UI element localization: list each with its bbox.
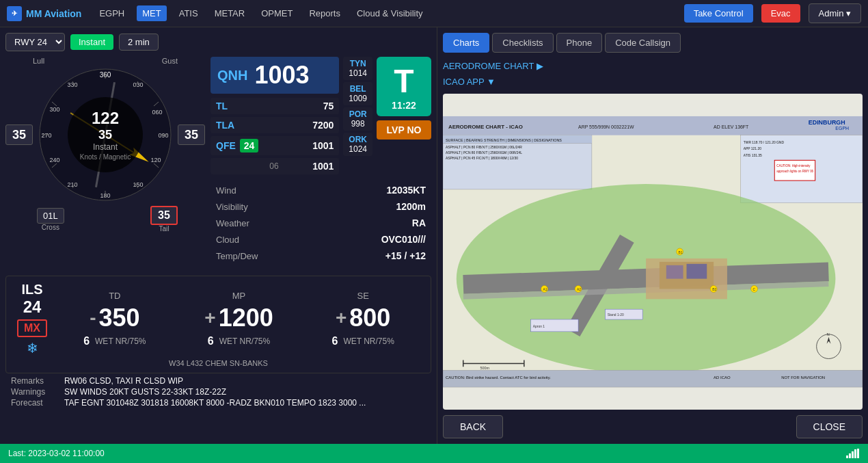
station-bel-name: BEL — [349, 84, 367, 94]
svg-rect-55 — [666, 265, 683, 279]
compass-mode: Instant — [93, 142, 118, 152]
evac-button[interactable]: Evac — [761, 4, 800, 23]
td-label: TD — [109, 291, 120, 301]
wind-label: Wind — [212, 183, 273, 198]
compass-speed: 35 — [98, 128, 112, 142]
svg-text:CAUTION: Bird strike hazard. C: CAUTION: Bird strike hazard. Contact ATC… — [446, 375, 551, 380]
svg-text:AERODROME CHART - ICAO: AERODROME CHART - ICAO — [448, 124, 523, 130]
svg-text:150: 150 — [133, 181, 143, 188]
station-por[interactable]: POR 998 — [343, 107, 372, 131]
forecast-value: TAF EGNT 301048Z 301818 16008KT 8000 -RA… — [64, 398, 366, 408]
admin-button[interactable]: Admin ▾ — [809, 3, 861, 23]
tempdew-value: +15 / +12 — [275, 248, 430, 263]
weather-label: Weather — [212, 215, 273, 230]
tla-label: TLA — [216, 120, 250, 131]
weather-row: Weather RA — [212, 215, 430, 230]
runway-label: 01L — [37, 208, 64, 224]
aerodrome-chart-nav[interactable]: AERODROME CHART ▶ — [443, 58, 863, 74]
se-main: + 800 — [336, 304, 390, 332]
instant-button[interactable]: Instant — [70, 34, 113, 50]
forecast-row: Forecast TAF EGNT 301048Z 301818 16008KT… — [11, 398, 426, 408]
aerodrome-chart-svg: AERODROME CHART - ICAO ARP 555/999N 0032… — [443, 94, 863, 410]
logo-icon: ✈ — [7, 6, 22, 21]
rwy-row: RWY 24 RWY 06 Instant 2 min — [5, 33, 431, 51]
svg-text:Apron 1: Apron 1 — [533, 325, 545, 328]
icao-app-nav[interactable]: ICAO APP ▼ — [443, 74, 863, 90]
wind-section: Lull Gust 35 360 — [5, 57, 431, 270]
warnings-label: Warnings — [11, 387, 59, 397]
qfe-val2: 1001 — [312, 161, 334, 172]
svg-text:A2: A2 — [577, 288, 581, 291]
qnh-label: QNH — [217, 68, 247, 83]
main-content: RWY 24 RWY 06 Instant 2 min Lull Gust 35 — [0, 27, 868, 444]
mp-sub-text: WET NR/75% — [219, 336, 270, 346]
station-por-name: POR — [349, 109, 367, 119]
close-button[interactable]: CLOSE — [796, 415, 863, 438]
compass-bottom: 01L Cross 35 Tail — [5, 206, 183, 233]
chart-tabs: Charts Checklists Phone Code Callsign — [443, 33, 863, 53]
svg-text:ASPHALT | PCN 80 F/B/X/T | 256: ASPHALT | PCN 80 F/B/X/T | 2560X61M | 06… — [446, 146, 522, 149]
tab-charts[interactable]: Charts — [443, 33, 489, 53]
wind-value: 12035KT — [275, 183, 430, 198]
left-panel: RWY 24 RWY 06 Instant 2 min Lull Gust 35 — [0, 27, 437, 444]
svg-rect-83 — [849, 453, 851, 458]
nav-metar[interactable]: METAR — [211, 5, 249, 21]
chart-nav: AERODROME CHART ▶ ICAO APP ▼ — [443, 58, 863, 90]
station-ork-name: ORK — [349, 135, 367, 144]
svg-text:AD ELEV 136FT: AD ELEV 136FT — [714, 124, 749, 129]
svg-text:240: 240 — [49, 157, 59, 163]
nav-cloud[interactable]: Cloud & Visibility — [353, 5, 427, 21]
qfe-label: QFE — [216, 140, 236, 151]
qfe-sub2: 06 — [269, 161, 278, 171]
td-sub-row: 6 WET NR/75% — [83, 335, 146, 347]
nav-opmet[interactable]: OPMET — [257, 5, 297, 21]
nav-egph[interactable]: EGPH — [95, 5, 128, 21]
take-control-button[interactable]: Take Control — [684, 4, 753, 23]
svg-text:B2: B2 — [712, 288, 716, 291]
t-time: 11:22 — [392, 100, 416, 111]
lvp-box: LVP NO — [377, 120, 431, 140]
compass-circle: 360 030 060 090 120 150 — [37, 66, 174, 203]
rwy-select[interactable]: RWY 24 RWY 06 — [5, 33, 65, 51]
svg-text:030: 030 — [133, 81, 143, 88]
station-por-val: 998 — [349, 119, 367, 129]
station-tyn-name: TYN — [349, 59, 367, 68]
qfe-sub1: 24 — [240, 139, 259, 153]
station-tyn[interactable]: TYN 1014 — [343, 57, 372, 80]
station-ork[interactable]: ORK 1024 — [343, 133, 372, 156]
ils-section: ILS 24 MX ❄ TD - 350 6 — [5, 276, 431, 373]
compass-center: 122 35 Instant Knots / Magnetic — [68, 97, 143, 172]
back-button[interactable]: BACK — [443, 415, 503, 438]
aerodrome-chart-label: AERODROME CHART ▶ — [443, 61, 543, 71]
tla-value: 7200 — [312, 120, 334, 131]
ils-row: ILS 24 MX ❄ TD - 350 6 — [12, 282, 425, 356]
svg-rect-86 — [857, 449, 859, 458]
svg-text:ASPHALT | PCN 80 F/B/X/T | 256: ASPHALT | PCN 80 F/B/X/T | 2560X61M | 06… — [446, 151, 522, 155]
nav-atis[interactable]: ATIS — [175, 5, 202, 21]
tab-checklists[interactable]: Checklists — [492, 33, 553, 53]
chart-bottom-row: BACK CLOSE — [443, 415, 863, 438]
se-label: SE — [357, 291, 369, 301]
qnh-row: QNH 1003 — [211, 57, 339, 94]
svg-text:A1: A1 — [543, 288, 547, 291]
ils-label-col: ILS 24 MX ❄ — [12, 282, 53, 356]
signal-icon — [846, 449, 860, 458]
two-min-button[interactable]: 2 min — [119, 34, 159, 51]
svg-text:ARP 555/999N 0032221W: ARP 555/999N 0032221W — [578, 124, 634, 129]
svg-text:SURFACE | BEARING STRENGTH | D: SURFACE | BEARING STRENGTH | DIMENSIONS … — [446, 138, 562, 142]
svg-text:N: N — [827, 332, 830, 336]
tab-code-callsign[interactable]: Code Callsign — [605, 33, 681, 53]
compass-heading: 122 — [92, 109, 119, 128]
station-bel[interactable]: BEL 1009 — [343, 82, 372, 105]
gust-label: Gust — [162, 57, 178, 65]
vis-value: 1200m — [275, 199, 430, 214]
tab-phone[interactable]: Phone — [556, 33, 603, 53]
nav-reports[interactable]: Reports — [305, 5, 344, 21]
tempdew-row: Temp/Dew +15 / +12 — [212, 248, 430, 263]
td-main: - 350 — [90, 304, 139, 332]
td-sign: - — [90, 307, 96, 329]
lull-label: Lull — [33, 57, 44, 65]
nav-met[interactable]: MET — [137, 5, 166, 21]
nav-brand: MM Aviation — [26, 8, 81, 19]
signal-bars-icon — [846, 449, 860, 458]
